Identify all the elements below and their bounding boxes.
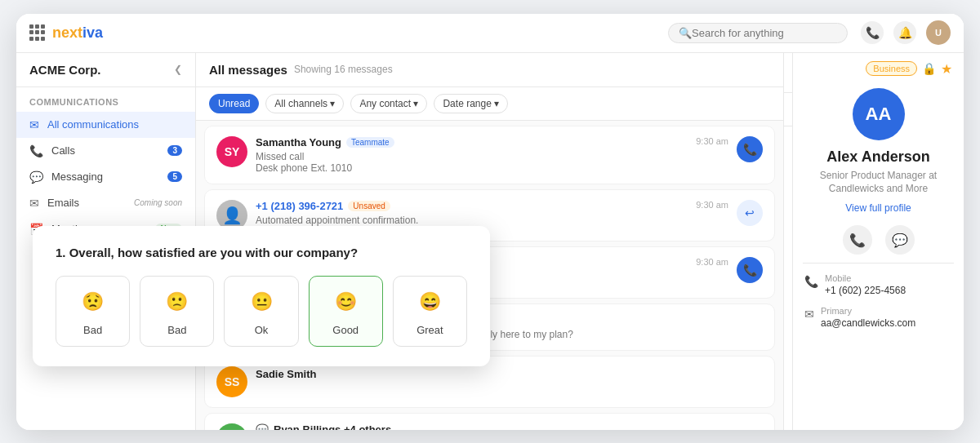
avatar: RB	[216, 423, 247, 430]
phone-icon: 📞	[804, 275, 818, 288]
sidebar-item-all-communications[interactable]: ✉ All communications	[16, 112, 195, 138]
phone-icon[interactable]: 📞	[861, 21, 884, 44]
sidebar-label-emails: Emails	[47, 197, 79, 209]
message-item[interactable]: RB 💬 Ryan Billings +4 others	[204, 413, 775, 430]
ok-emoji: 😐	[246, 286, 277, 317]
phone-action-button[interactable]: 📞	[843, 225, 872, 255]
message-time: 9:30 am	[696, 136, 728, 146]
message-content: +1 (218) 396-2721 Unsaved Automated appo…	[256, 200, 688, 226]
all-comms-icon: ✉	[29, 118, 39, 131]
message-header: +1 (218) 396-2721 Unsaved	[256, 200, 688, 212]
contact-detail-role: Senior Product Manager at Candlewicks an…	[793, 166, 964, 200]
message-item[interactable]: SY Samantha Young Teammate Missed call D…	[204, 126, 775, 184]
mobile-info-content: Mobile +1 (602) 225-4568	[825, 273, 906, 296]
good-emoji: 😊	[330, 286, 361, 317]
messages-panel: All messages Showing 16 messages Unread …	[196, 14, 784, 430]
message-subtext: Desk phone Ext. 1010	[256, 162, 688, 174]
business-tag: Business	[866, 61, 917, 76]
bad-emoji: 🙁	[162, 286, 193, 317]
star-icon[interactable]: ★	[941, 61, 952, 77]
bell-icon[interactable]: 🔔	[893, 21, 916, 44]
sidebar-label-calls: Calls	[51, 144, 75, 157]
mobile-value: +1 (602) 225-4568	[825, 285, 906, 296]
mobile-label: Mobile	[825, 273, 906, 283]
message-header: 💬 Ryan Billings +4 others	[256, 423, 763, 430]
avatar: SS	[216, 366, 247, 397]
emails-icon: ✉	[29, 197, 39, 210]
very-bad-label: Bad	[83, 324, 102, 336]
great-emoji: 😄	[414, 286, 445, 317]
email-value: aa@candlewicks.com	[821, 317, 915, 329]
message-time: 9:30 am	[696, 200, 728, 210]
sidebar-label-messaging: Messaging	[51, 171, 103, 183]
sender-name: Samantha Young	[256, 136, 341, 148]
sidebar-item-calls[interactable]: 📞 Calls 3	[16, 138, 195, 164]
call-action-button[interactable]: 📞	[737, 136, 763, 162]
message-content: Samantha Young Teammate Missed call Desk…	[256, 136, 688, 174]
filter-channels[interactable]: All channels ▾	[265, 94, 344, 113]
sidebar-label-all-communications: All communications	[47, 118, 139, 131]
search-input[interactable]	[692, 27, 837, 39]
contact-tags: Business 🔒 ★	[793, 53, 964, 80]
user-avatar[interactable]: U	[926, 20, 951, 45]
calls-badge: 3	[167, 145, 182, 156]
survey-question: 1. Overall, how satisfied are you with o…	[56, 246, 467, 259]
app-logo: nextiva	[52, 24, 103, 42]
reply-action-button[interactable]: ↩	[737, 200, 763, 226]
sender-name: 💬	[256, 423, 269, 430]
contact-detail-actions: 📞 💬	[803, 217, 954, 264]
email-info-content: Primary aa@candlewicks.com	[821, 306, 915, 329]
filter-bar: Unread All channels ▾ Any contact ▾ Date…	[196, 87, 783, 121]
messaging-icon: 💬	[29, 171, 43, 184]
survey-option-very-bad[interactable]: 😟 Bad	[56, 276, 130, 347]
lock-icon: 🔒	[922, 62, 936, 75]
grid-menu-icon[interactable]	[29, 24, 46, 41]
contact-detail-name: Alex Anderson	[793, 148, 964, 166]
top-bar-icons: 📞 🔔 U	[861, 20, 951, 45]
message-text: Automated appointment confirmation.	[256, 215, 688, 226]
sender-name: Ryan Billings +4 others	[274, 423, 391, 430]
message-action-button[interactable]: 💬	[885, 225, 915, 255]
good-label: Good	[332, 324, 359, 336]
main-window: nextiva 🔍 📞 🔔 U ACME Corp. ❮ Communicati…	[16, 14, 964, 430]
sidebar-item-emails[interactable]: ✉ Emails Coming soon	[16, 190, 195, 216]
survey-option-ok[interactable]: 😐 Ok	[224, 276, 298, 347]
contact-detail-panel: Business 🔒 ★ AA Alex Anderson Senior Pro…	[792, 14, 964, 430]
message-text: Missed call	[256, 151, 688, 162]
search-icon: 🔍	[679, 27, 692, 39]
sidebar-section-label: Communications	[16, 87, 195, 112]
messages-count: Showing 16 messages	[294, 64, 393, 75]
sender-name: +1 (218) 396-2721	[256, 200, 343, 212]
sender-name: Sadie Smith	[256, 368, 316, 380]
call-action-button[interactable]: 📞	[737, 257, 763, 283]
email-label: Primary	[821, 306, 915, 316]
sidebar-collapse-icon[interactable]: ❮	[174, 64, 182, 75]
top-bar: nextiva 🔍 📞 🔔 U	[16, 14, 964, 53]
calls-icon: 📞	[29, 144, 43, 157]
survey-option-good[interactable]: 😊 Good	[309, 276, 383, 347]
message-header: Samantha Young Teammate	[256, 136, 688, 148]
sidebar-company-header: ACME Corp. ❮	[16, 53, 195, 87]
bad-label: Bad	[167, 324, 186, 336]
survey-option-bad[interactable]: 🙁 Bad	[140, 276, 214, 347]
messages-title: All messages	[209, 63, 287, 77]
message-time: 9:30 am	[696, 257, 728, 267]
email-icon: ✉	[804, 308, 814, 321]
contact-info: 📞 Mobile +1 (602) 225-4568 ✉ Primary aa@…	[793, 264, 964, 348]
message-content: Sadie Smith	[256, 366, 763, 381]
avatar: SY	[216, 136, 247, 167]
sidebar-item-messaging[interactable]: 💬 Messaging 5	[16, 164, 195, 190]
view-full-profile-link[interactable]: View full profile	[793, 199, 964, 217]
survey-modal: 1. Overall, how satisfied are you with o…	[33, 226, 490, 366]
filter-unread[interactable]: Unread	[209, 94, 259, 113]
company-name: ACME Corp.	[29, 63, 101, 77]
filter-date[interactable]: Date range ▾	[434, 94, 508, 113]
global-search[interactable]: 🔍	[668, 23, 848, 43]
very-bad-emoji: 😟	[78, 286, 109, 317]
emails-coming-soon: Coming soon	[134, 198, 182, 207]
messaging-badge: 5	[167, 171, 182, 182]
survey-option-great[interactable]: 😄 Great	[393, 276, 467, 347]
ok-label: Ok	[255, 324, 269, 336]
sidebar: ACME Corp. ❮ Communications ✉ All commun…	[16, 14, 196, 430]
filter-contact[interactable]: Any contact ▾	[350, 94, 427, 113]
